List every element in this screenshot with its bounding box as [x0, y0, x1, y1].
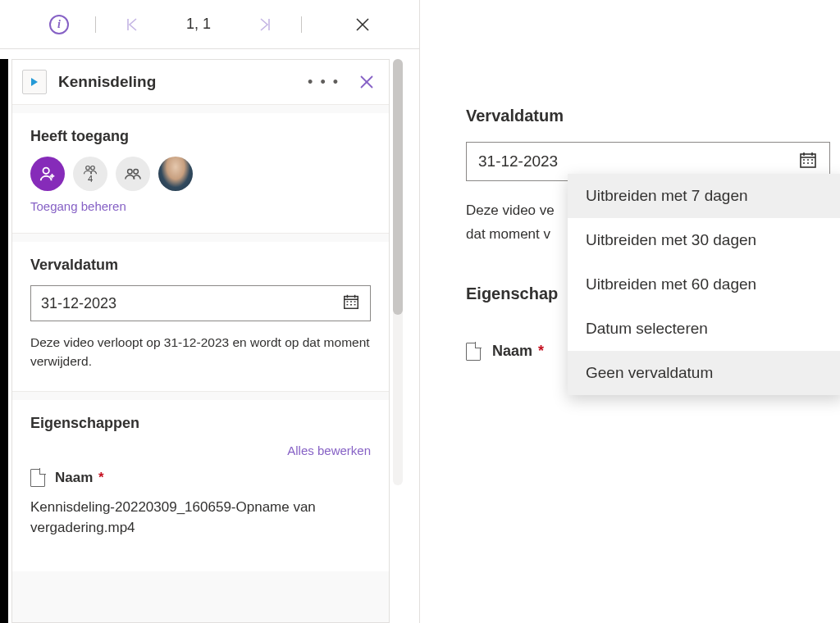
properties-section: Eigenschappen Alles bewerken Naam * Kenn…: [12, 400, 389, 571]
divider: [301, 16, 302, 33]
preview-edge: [0, 59, 8, 623]
expiry-options-menu: Uitbreiden met 7 dagen Uitbreiden met 30…: [568, 174, 840, 395]
info-button[interactable]: i: [41, 7, 77, 43]
name-value[interactable]: Kennisdeling-20220309_160659-Opname van …: [30, 497, 371, 539]
play-icon: [31, 78, 38, 86]
expiry-title: Vervaldatum: [466, 107, 835, 125]
close-icon: [355, 17, 370, 32]
more-options-button[interactable]: • • •: [299, 74, 348, 91]
expiry-date-input[interactable]: 31-12-2023: [30, 285, 371, 321]
panel-title: Kennisdeling: [58, 73, 288, 91]
svg-rect-23: [801, 154, 815, 167]
expiry-section: Vervaldatum 31-12-2023 Deze video verloo…: [12, 242, 389, 392]
close-viewer-button[interactable]: [345, 7, 381, 43]
details-panel: Kennisdeling • • • Heeft toegang: [11, 59, 390, 623]
panel-header: Kennisdeling • • •: [12, 60, 389, 105]
required-indicator: *: [538, 343, 544, 359]
properties-title: Eigenschappen: [30, 415, 371, 432]
group-count-chip[interactable]: 4: [73, 157, 107, 191]
shared-people-chip[interactable]: [116, 157, 150, 191]
file-icon: [466, 343, 481, 361]
viewer-column: i 1, 1: [0, 0, 420, 623]
svg-point-10: [91, 166, 95, 170]
name-label: Naam *: [492, 343, 544, 360]
expiry-title: Vervaldatum: [30, 257, 371, 274]
chevron-last-icon: [258, 17, 272, 32]
first-item-button[interactable]: [114, 7, 150, 43]
video-file-icon: [22, 70, 47, 94]
user-avatar[interactable]: [158, 157, 193, 191]
pager-display: 1, 1: [150, 7, 247, 43]
info-icon: i: [49, 15, 69, 34]
edit-all-link[interactable]: Alles bewerken: [30, 443, 371, 457]
svg-point-6: [43, 168, 49, 174]
panel-scrollbar[interactable]: [393, 59, 403, 485]
svg-point-12: [134, 170, 139, 175]
people-icon: [124, 167, 142, 180]
access-avatars: 4: [30, 157, 371, 191]
divider: [95, 16, 96, 33]
expiry-note: Deze video verloopt op 31-12-2023 en wor…: [30, 333, 371, 371]
extend-30-days-option[interactable]: Uitbreiden met 30 dagen: [568, 218, 840, 262]
extend-60-days-option[interactable]: Uitbreiden met 60 dagen: [568, 262, 840, 307]
pick-date-option[interactable]: Datum selecteren: [568, 307, 840, 351]
access-title: Heeft toegang: [30, 128, 371, 145]
access-section: Heeft toegang: [12, 113, 389, 234]
manage-access-link[interactable]: Toegang beheren: [30, 199, 371, 213]
expiry-date-value: 31-12-2023: [41, 295, 116, 312]
calendar-icon: [342, 293, 360, 315]
name-property-row: Naam *: [30, 469, 371, 487]
detail-popout-column: Vervaldatum 31-12-2023 Deze video ve dat…: [420, 0, 840, 623]
last-item-button[interactable]: [247, 7, 283, 43]
svg-point-11: [128, 170, 133, 175]
person-add-icon: [39, 165, 57, 183]
calendar-icon: [798, 150, 818, 174]
add-people-button[interactable]: [30, 157, 65, 191]
close-panel-button[interactable]: [359, 75, 374, 89]
chevron-first-icon: [125, 17, 139, 32]
close-icon: [359, 75, 374, 89]
no-expiry-option[interactable]: Geen vervaldatum: [568, 351, 840, 395]
required-indicator: *: [98, 470, 104, 485]
expiry-note-clipped: Deze video ve dat moment v: [466, 199, 564, 247]
group-count: 4: [88, 175, 93, 184]
extend-7-days-option[interactable]: Uitbreiden met 7 dagen: [568, 174, 840, 218]
scrollbar-thumb[interactable]: [393, 59, 403, 315]
svg-rect-13: [345, 296, 358, 308]
viewer-toolbar: i 1, 1: [0, 0, 419, 49]
name-label: Naam *: [55, 470, 104, 486]
svg-point-9: [86, 166, 90, 170]
people-icon: [83, 165, 98, 175]
file-icon: [30, 469, 45, 487]
expiry-date-value: 31-12-2023: [478, 152, 558, 171]
